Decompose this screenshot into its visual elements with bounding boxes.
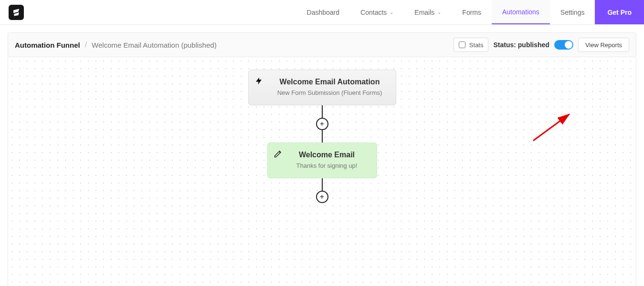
nav-settings-label: Settings [560, 9, 585, 16]
main-nav: Dashboard Contacts⌄ Emails⌄ Forms Automa… [296, 0, 644, 24]
chevron-down-icon: ⌄ [390, 10, 393, 15]
compose-email-icon [274, 149, 283, 160]
email-title: Welcome Email [287, 151, 367, 159]
nav-automations-label: Automations [502, 8, 539, 16]
nav-contacts-label: Contacts [360, 9, 387, 16]
breadcrumb-separator: / [85, 41, 87, 49]
trigger-node[interactable]: Welcome Email Automation New Form Submis… [248, 70, 396, 105]
stats-label: Stats [469, 41, 484, 49]
nav-contacts[interactable]: Contacts⌄ [350, 0, 404, 24]
svg-line-0 [533, 114, 569, 141]
stats-toggle[interactable]: Stats [454, 38, 489, 52]
nav-forms[interactable]: Forms [452, 0, 492, 24]
nav-emails-label: Emails [414, 9, 434, 16]
lightning-icon [254, 76, 263, 88]
page-content: Automation Funnel / Welcome Email Automa… [0, 25, 644, 286]
top-navbar: Dashboard Contacts⌄ Emails⌄ Forms Automa… [0, 0, 644, 25]
nav-getpro-label: Get Pro [607, 9, 632, 16]
nav-emails[interactable]: Emails⌄ [404, 0, 452, 24]
nav-forms-label: Forms [462, 9, 481, 16]
email-node[interactable]: Welcome Email Thanks for signing up! [267, 143, 377, 178]
view-reports-button[interactable]: View Reports [578, 38, 629, 52]
nav-settings[interactable]: Settings [550, 0, 595, 24]
annotation-arrow-icon [528, 112, 576, 145]
connector-line [322, 130, 323, 143]
chevron-down-icon: ⌄ [437, 10, 441, 15]
publish-toggle[interactable] [554, 40, 573, 50]
app-logo[interactable] [9, 5, 24, 20]
add-step-button[interactable]: + [316, 191, 328, 203]
connector-line [322, 105, 323, 118]
flow-column: Welcome Email Automation New Form Submis… [248, 70, 396, 203]
trigger-title: Welcome Email Automation [273, 78, 387, 86]
connector-line [322, 178, 323, 191]
nav-dashboard[interactable]: Dashboard [296, 0, 350, 24]
add-step-button[interactable]: + [316, 118, 328, 130]
status-label: Status: published [493, 41, 549, 49]
breadcrumb-current: Welcome Email Automation (published) [92, 41, 217, 49]
logo-icon [12, 8, 21, 17]
breadcrumb-root[interactable]: Automation Funnel [15, 41, 80, 49]
nav-getpro[interactable]: Get Pro [595, 0, 644, 24]
nav-automations[interactable]: Automations [492, 0, 550, 24]
stats-checkbox[interactable] [459, 41, 465, 48]
email-subtitle: Thanks for signing up! [287, 162, 367, 169]
trigger-subtitle: New Form Submission (Fluent Forms) [273, 89, 387, 96]
nav-dashboard-label: Dashboard [307, 9, 340, 16]
automation-canvas[interactable]: Welcome Email Automation New Form Submis… [8, 57, 636, 286]
automation-toolbar: Automation Funnel / Welcome Email Automa… [8, 32, 636, 57]
